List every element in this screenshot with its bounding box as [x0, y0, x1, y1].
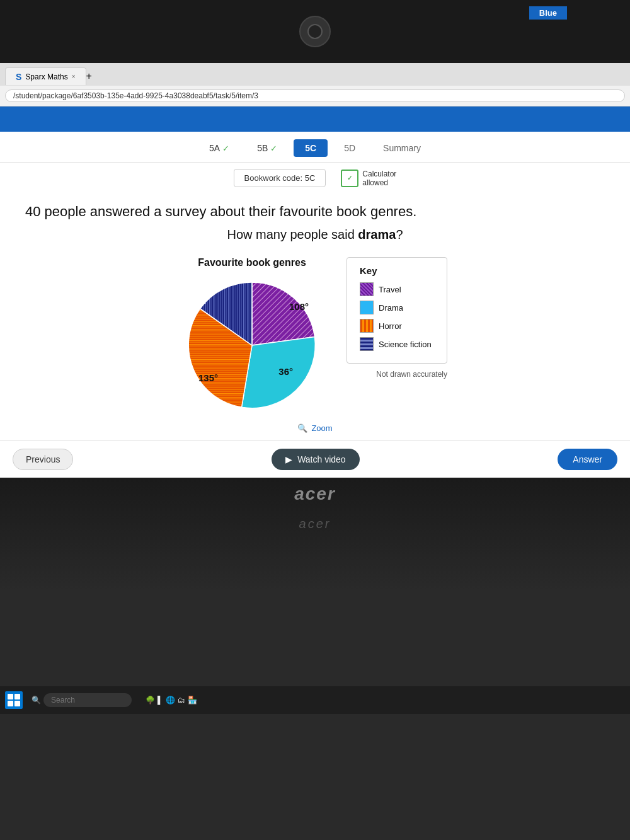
watch-video-button[interactable]: ▶ Watch video [272, 449, 360, 470]
taskbar-search-input[interactable] [43, 693, 132, 707]
bottom-navigation: Previous ▶ Watch video Answer [0, 440, 630, 478]
url-input[interactable] [5, 89, 625, 102]
legend-item-drama: Drama [360, 301, 434, 314]
pie-label-36: 36° [278, 366, 293, 377]
start-icon-q3 [8, 701, 13, 706]
taskbar: 🔍 🌳 ▌ 🌐 🗂 🏪 [0, 686, 630, 714]
taskbar-search[interactable]: 🔍 [26, 691, 137, 710]
windows-start-button[interactable] [5, 691, 23, 709]
sub-question-text: How many people said drama? [25, 227, 605, 242]
start-icon-q4 [14, 701, 20, 706]
tab-5a[interactable]: 5A ✓ [198, 139, 241, 157]
chart-title: Favourite book genres [198, 257, 306, 268]
monitor-bottom: acer acer [0, 478, 630, 591]
taskbar-terminal-icon[interactable]: ▌ [158, 696, 163, 705]
legend-item-scifi: Science fiction [360, 337, 434, 351]
legend-label-drama: Drama [379, 303, 403, 313]
legend-color-horror [360, 319, 374, 333]
bookwork-row: Bookwork code: 5C ✓ Calculator allowed [0, 163, 630, 193]
calculator-label: Calculator [362, 170, 396, 178]
page-content: 5A ✓ 5B ✓ 5C 5D Summary Bookwork code: 5… [0, 106, 630, 478]
monitor-bezel-top: Blue [0, 0, 630, 63]
zoom-label: Zoom [311, 423, 332, 433]
legend: Key Travel Drama Horror Science fiction [346, 257, 447, 364]
legend-label-horror: Horror [379, 321, 402, 331]
tab-5d[interactable]: 5D [333, 139, 367, 157]
zoom-icon: 🔍 [297, 423, 307, 433]
legend-color-scifi [360, 337, 374, 351]
video-icon: ▶ [285, 454, 292, 464]
pie-label-135: 135° [198, 372, 218, 383]
search-icon: 🔍 [32, 696, 41, 705]
start-icon-q1 [8, 694, 13, 699]
sparx-favicon: S [16, 72, 21, 82]
calculator-allowed: ✓ Calculator allowed [341, 170, 396, 187]
task-navigation: 5A ✓ 5B ✓ 5C 5D Summary [0, 132, 630, 163]
start-icon-q2 [14, 694, 20, 699]
legend-label-travel: Travel [379, 285, 401, 294]
legend-label-scifi: Science fiction [379, 340, 432, 349]
tab-5b[interactable]: 5B ✓ [246, 139, 289, 157]
chart-container: Favourite book genres [183, 257, 321, 415]
watch-video-label: Watch video [297, 454, 346, 464]
tab-5d-label: 5D [344, 143, 355, 153]
tab-title: Sparx Maths [25, 72, 67, 81]
pie-chart: 81° 108° 135° 36° [183, 276, 321, 415]
tab-5b-label: 5B [257, 143, 268, 153]
answer-button[interactable]: Answer [558, 449, 617, 470]
taskbar-apps: 🌳 ▌ 🌐 🗂 🏪 [140, 693, 202, 707]
legend-color-drama [360, 301, 374, 314]
legend-item-travel: Travel [360, 282, 434, 296]
sparx-header-bar [0, 106, 630, 132]
tab-bar: S Sparx Maths × + [0, 63, 630, 86]
tab-5c-label: 5C [305, 143, 316, 153]
calculator-icon: ✓ [341, 170, 358, 187]
tab-summary-label: Summary [383, 143, 421, 153]
pie-label-108: 108° [289, 301, 309, 312]
taskbar-tree-icon[interactable]: 🌳 [146, 696, 155, 705]
drama-emphasis: drama [358, 227, 396, 241]
tab-close-button[interactable]: × [72, 73, 76, 80]
chart-section: Favourite book genres [0, 257, 630, 420]
main-question-text: 40 people answered a survey about their … [25, 204, 605, 220]
legend-title: Key [360, 265, 434, 276]
taskbar-files-icon[interactable]: 🗂 [178, 696, 185, 705]
tab-5a-label: 5A [209, 143, 220, 153]
address-bar [0, 86, 630, 106]
acer-logo-1: acer [294, 484, 336, 504]
acer-logo-2: acer [299, 517, 331, 531]
taskbar-store-icon[interactable]: 🏪 [188, 696, 197, 705]
browser-tab-sparx[interactable]: S Sparx Maths × [5, 67, 86, 85]
previous-button[interactable]: Previous [13, 449, 73, 470]
bookwork-code: Bookwork code: 5C [234, 169, 326, 187]
webcam [299, 16, 331, 47]
calculator-text: Calculator allowed [362, 170, 396, 187]
browser-chrome: S Sparx Maths × + [0, 63, 630, 106]
pie-label-81: 81° [195, 295, 210, 306]
legend-color-travel [360, 282, 374, 296]
legend-item-horror: Horror [360, 319, 434, 333]
question-area: 40 people answered a survey about their … [0, 193, 630, 257]
taskbar-browser-icon[interactable]: 🌐 [166, 696, 175, 705]
zoom-control[interactable]: 🔍 Zoom [0, 420, 630, 435]
not-drawn-note: Not drawn accurately [346, 370, 447, 379]
tab-5c[interactable]: 5C [294, 139, 328, 157]
sub-question-prefix: How many people said [227, 227, 358, 241]
blue-label: Blue [529, 6, 567, 20]
new-tab-button[interactable]: + [86, 71, 92, 82]
calculator-sub: allowed [362, 178, 396, 187]
tab-5b-check: ✓ [270, 144, 277, 153]
tab-5a-check: ✓ [222, 144, 229, 153]
sub-question-suffix: ? [396, 227, 403, 241]
pie-travel [252, 282, 315, 345]
legend-container: Key Travel Drama Horror Science fiction [346, 257, 447, 379]
tab-summary[interactable]: Summary [372, 139, 432, 157]
